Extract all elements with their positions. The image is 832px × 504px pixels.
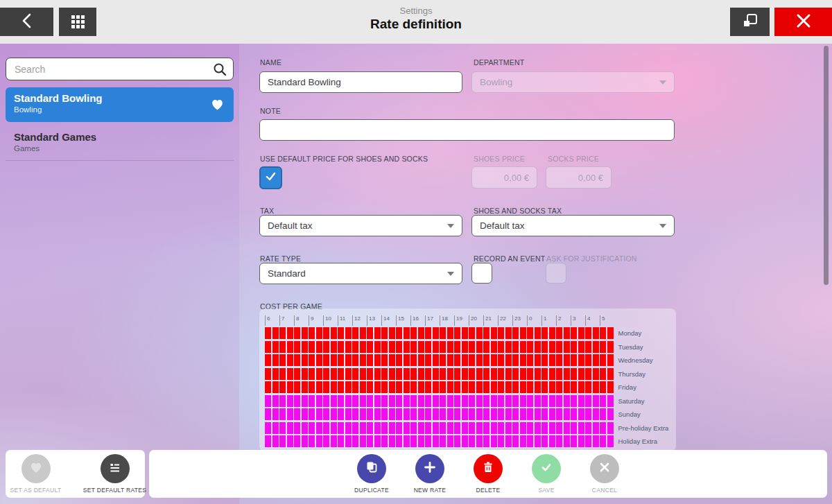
rate-cell[interactable] xyxy=(309,381,315,393)
rate-cell[interactable] xyxy=(360,368,366,380)
rate-cell[interactable] xyxy=(593,368,599,380)
rate-cell[interactable] xyxy=(381,435,388,447)
rate-cell[interactable] xyxy=(367,435,373,447)
rate-cell[interactable] xyxy=(396,341,402,353)
rate-cell[interactable] xyxy=(331,327,337,339)
rate-cell[interactable] xyxy=(440,395,446,407)
rate-cell[interactable] xyxy=(331,381,337,393)
rate-cell[interactable] xyxy=(593,408,599,420)
rate-cell[interactable] xyxy=(345,368,352,380)
rate-cell[interactable] xyxy=(556,435,562,447)
rate-cell[interactable] xyxy=(381,341,388,353)
rate-cell[interactable] xyxy=(331,368,337,380)
rate-cell[interactable] xyxy=(338,435,344,447)
rate-cell[interactable] xyxy=(476,327,483,339)
rate-cell[interactable] xyxy=(483,327,489,339)
rate-cell[interactable] xyxy=(345,422,352,434)
rate-cell[interactable] xyxy=(498,341,504,353)
rate-cell[interactable] xyxy=(564,327,570,339)
rate-cell[interactable] xyxy=(512,368,519,380)
rate-cell[interactable] xyxy=(396,395,402,407)
rate-cell[interactable] xyxy=(396,368,402,380)
rate-cell[interactable] xyxy=(600,395,606,407)
rate-cell[interactable] xyxy=(425,341,431,353)
rate-cell[interactable] xyxy=(607,395,614,407)
rate-cell[interactable] xyxy=(404,395,410,407)
rate-cell[interactable] xyxy=(520,435,526,447)
rate-cell[interactable] xyxy=(483,341,489,353)
rate-cell[interactable] xyxy=(396,327,402,339)
rate-cell[interactable] xyxy=(593,327,599,339)
rate-cell[interactable] xyxy=(345,435,352,447)
use-default-price-checkbox[interactable] xyxy=(259,166,282,189)
rate-cell[interactable] xyxy=(272,435,279,447)
rate-cell[interactable] xyxy=(367,354,373,366)
rate-cell[interactable] xyxy=(302,341,308,353)
rate-cell[interactable] xyxy=(433,408,439,420)
rate-cell[interactable] xyxy=(294,327,300,339)
rate-cell[interactable] xyxy=(462,435,468,447)
rate-cell[interactable] xyxy=(425,395,431,407)
rate-cell[interactable] xyxy=(433,381,439,393)
rate-cell[interactable] xyxy=(593,395,599,407)
rate-cell[interactable] xyxy=(440,408,446,420)
rate-cell[interactable] xyxy=(433,354,439,366)
rate-cell[interactable] xyxy=(425,368,431,380)
rate-cell[interactable] xyxy=(564,368,570,380)
rate-cell[interactable] xyxy=(498,368,504,380)
duplicate-button[interactable]: DUPLICATE xyxy=(345,454,399,494)
rate-cell[interactable] xyxy=(535,341,541,353)
note-input[interactable] xyxy=(259,119,675,141)
rate-cell[interactable] xyxy=(498,327,504,339)
rate-cell[interactable] xyxy=(272,341,279,353)
rate-cell[interactable] xyxy=(527,395,533,407)
rate-cell[interactable] xyxy=(476,422,483,434)
rate-cell[interactable] xyxy=(309,395,315,407)
rate-cell[interactable] xyxy=(512,408,519,420)
rate-cell[interactable] xyxy=(578,435,584,447)
rate-cell[interactable] xyxy=(265,408,271,420)
rate-cell[interactable] xyxy=(535,408,541,420)
rate-cell[interactable] xyxy=(469,381,475,393)
rate-cell[interactable] xyxy=(491,327,497,339)
rate-cell[interactable] xyxy=(505,422,512,434)
rate-cell[interactable] xyxy=(476,395,483,407)
rate-cell[interactable] xyxy=(593,341,599,353)
rate-cell[interactable] xyxy=(316,422,322,434)
rate-cell[interactable] xyxy=(410,354,417,366)
rate-cell[interactable] xyxy=(571,422,577,434)
rate-cell[interactable] xyxy=(454,395,460,407)
rate-cell[interactable] xyxy=(381,408,388,420)
rate-cell[interactable] xyxy=(527,368,533,380)
rate-cell[interactable] xyxy=(374,341,381,353)
rate-cell[interactable] xyxy=(571,435,577,447)
rate-cell[interactable] xyxy=(476,381,483,393)
rate-cell[interactable] xyxy=(469,408,475,420)
rate-cell[interactable] xyxy=(309,368,315,380)
rate-cell[interactable] xyxy=(345,408,352,420)
rate-cell[interactable] xyxy=(272,354,279,366)
rate-cell[interactable] xyxy=(360,422,366,434)
rate-cell[interactable] xyxy=(345,395,352,407)
restore-window-button[interactable] xyxy=(730,8,770,36)
rate-cell[interactable] xyxy=(331,422,337,434)
rate-cell[interactable] xyxy=(585,381,591,393)
rate-cell[interactable] xyxy=(338,354,344,366)
rate-cell[interactable] xyxy=(433,327,439,339)
rate-cell[interactable] xyxy=(447,341,453,353)
rate-cell[interactable] xyxy=(404,354,410,366)
record-event-checkbox[interactable] xyxy=(471,263,492,284)
rate-cell[interactable] xyxy=(462,408,468,420)
rate-cell[interactable] xyxy=(571,354,577,366)
rate-cell[interactable] xyxy=(410,422,417,434)
rate-cell[interactable] xyxy=(418,341,424,353)
rate-cell[interactable] xyxy=(410,341,417,353)
rate-cell[interactable] xyxy=(447,435,453,447)
rate-cell[interactable] xyxy=(309,408,315,420)
rate-cell[interactable] xyxy=(541,422,548,434)
rate-cell[interactable] xyxy=(556,422,562,434)
rate-cell[interactable] xyxy=(447,327,453,339)
rate-cell[interactable] xyxy=(593,435,599,447)
rate-cell[interactable] xyxy=(294,341,300,353)
rate-cell[interactable] xyxy=(316,381,322,393)
